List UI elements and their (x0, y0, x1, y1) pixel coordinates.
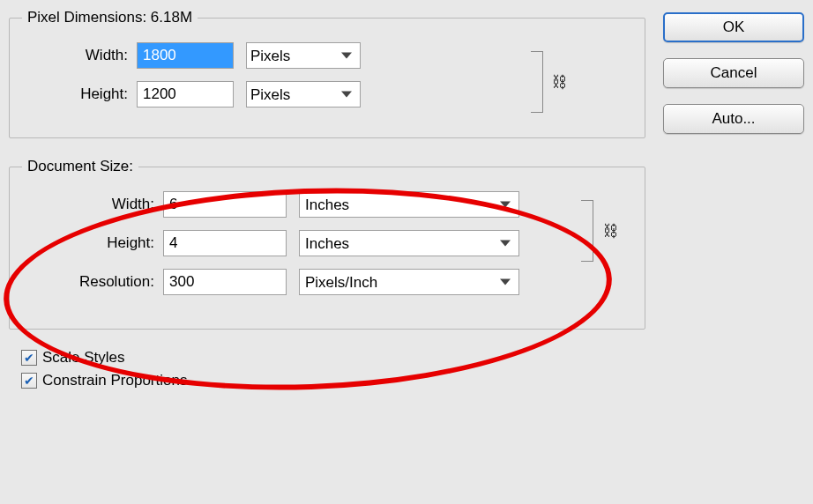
px-width-input[interactable] (137, 42, 234, 69)
doc-width-label: Width: (22, 196, 163, 213)
scale-styles-checkbox[interactable]: ✔ Scale Styles (21, 349, 645, 367)
link-icon[interactable]: ⛓ (603, 223, 618, 241)
check-icon: ✔ (21, 373, 37, 389)
document-size-legend: Document Size: (22, 158, 138, 175)
doc-resolution-unit-select[interactable]: Pixels/Inch (299, 269, 519, 295)
auto-button[interactable]: Auto... (663, 104, 804, 134)
constrain-proportions-checkbox[interactable]: ✔ Constrain Proportions (21, 372, 645, 389)
scale-styles-label: Scale Styles (42, 349, 125, 367)
doc-width-input[interactable] (163, 191, 287, 218)
link-bracket (531, 51, 543, 113)
doc-resolution-label: Resolution: (22, 273, 163, 291)
cancel-button[interactable]: Cancel (663, 58, 804, 88)
px-height-label: Height: (22, 85, 137, 103)
check-icon: ✔ (21, 350, 37, 366)
ok-button[interactable]: OK (663, 12, 804, 42)
link-icon[interactable]: ⛓ (552, 74, 567, 92)
document-size-group: Document Size: Width: Inches Height: Inc… (9, 158, 645, 330)
constrain-proportions-label: Constrain Proportions (42, 372, 187, 389)
pixel-dimensions-legend: Pixel Dimensions: 6.18M (22, 9, 198, 26)
px-height-unit-select[interactable]: Pixels (246, 81, 361, 107)
doc-height-input[interactable] (163, 230, 287, 256)
doc-width-unit-select[interactable]: Inches (299, 191, 519, 218)
px-height-input[interactable] (137, 81, 234, 107)
px-width-unit-select[interactable]: Pixels (246, 42, 361, 69)
doc-height-unit-select[interactable]: Inches (299, 230, 519, 256)
doc-resolution-input[interactable] (163, 269, 287, 295)
doc-height-label: Height: (22, 234, 163, 252)
pixel-dimensions-group: Pixel Dimensions: 6.18M Width: Pixels He… (9, 9, 645, 138)
link-bracket (581, 200, 593, 262)
px-width-label: Width: (22, 47, 137, 64)
